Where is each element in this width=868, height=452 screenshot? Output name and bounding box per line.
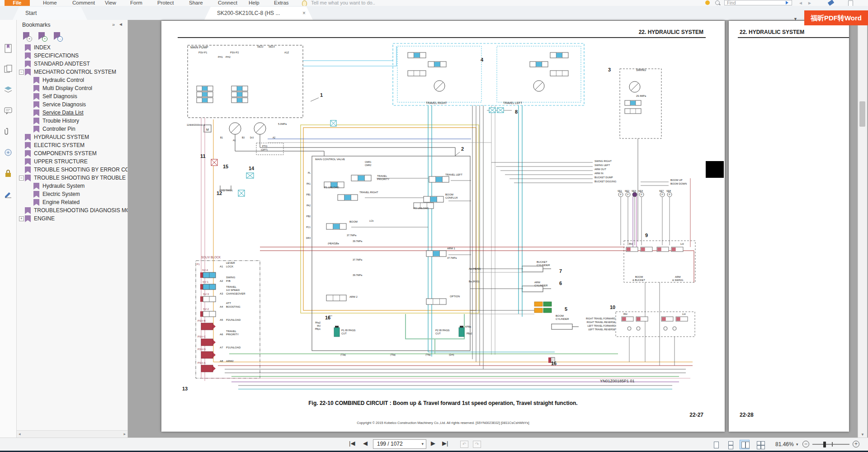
collapse-icon[interactable]: − xyxy=(19,70,24,75)
find-go-icon[interactable] xyxy=(786,1,788,5)
diagram-label: LCb xyxy=(369,219,373,222)
zoom-in-button[interactable]: + xyxy=(853,441,859,447)
help-icon[interactable] xyxy=(705,0,710,5)
signature-panel-icon[interactable] xyxy=(3,189,13,199)
bookmarks-panel-icon[interactable] xyxy=(3,43,13,53)
bookmark-item[interactable]: COMPONENTS SYSTEM xyxy=(17,149,127,157)
highlight-icon[interactable] xyxy=(828,0,834,6)
menu-item-help[interactable]: Help xyxy=(249,0,259,6)
find-prev-icon[interactable]: ◄ xyxy=(798,0,803,6)
bookmark-label: Hydraulic Control xyxy=(42,77,84,83)
bookmark-item[interactable]: Trouble History xyxy=(17,117,127,125)
bookmark-item[interactable]: Service Data List xyxy=(17,109,127,117)
menu-item-share[interactable]: Share xyxy=(189,0,203,6)
combo-caret-icon[interactable]: ▾ xyxy=(421,442,424,446)
menu-item-protect[interactable]: Protect xyxy=(157,0,174,6)
hscroll-right-icon[interactable]: ▸ xyxy=(123,432,126,436)
document-view-area[interactable]: 22. HYDRAULIC SYSTEM xyxy=(128,20,868,438)
bookmark-item[interactable]: SPECIFICATIONS xyxy=(17,52,127,60)
bookmark-item[interactable]: Service Diagnosis xyxy=(17,100,127,109)
bookmark-item[interactable]: Self Diagnosis xyxy=(17,92,127,100)
diagram-label: BOOM DOWN xyxy=(670,182,687,185)
continuous-facing-view-button[interactable] xyxy=(755,440,765,449)
zoom-caret-icon[interactable]: ▾ xyxy=(796,442,798,447)
diagram-label: ATT xyxy=(226,302,231,305)
bookmark-item[interactable]: ELECTRIC SYSTEM xyxy=(17,141,127,149)
zoom-out-button[interactable]: − xyxy=(802,441,809,447)
continuous-view-button[interactable] xyxy=(725,440,735,449)
single-page-view-button[interactable] xyxy=(711,440,721,449)
bookmark-item[interactable]: STANDARD ANDTEST xyxy=(17,60,127,68)
header-rule xyxy=(738,37,849,38)
pdf-to-word-badge[interactable]: 福昕PDF转Word xyxy=(804,10,868,25)
search-icon[interactable] xyxy=(715,0,720,5)
next-view-button[interactable]: ↷ xyxy=(473,441,481,448)
bookmark-item[interactable]: Hydraulic System xyxy=(17,182,127,190)
menu-item-home[interactable]: Home xyxy=(43,0,57,6)
facing-pages-view-button[interactable] xyxy=(740,440,750,449)
zoom-level[interactable]: 81.46% xyxy=(775,441,794,447)
zoom-slider-thumb[interactable] xyxy=(823,442,826,447)
bookmark-item[interactable]: Hydraulic Control xyxy=(17,76,127,84)
menu-item-connect[interactable]: Connect xyxy=(218,0,237,6)
valve-symbol xyxy=(197,86,213,91)
destinations-panel-icon[interactable] xyxy=(3,147,13,157)
diagram-label: 37.7MPa xyxy=(353,258,362,261)
menu-item-comment[interactable]: Comment xyxy=(72,0,95,6)
diagram-label: PA2 xyxy=(307,204,311,207)
scroll-down-icon[interactable]: ▼ xyxy=(858,433,867,437)
bookmark-item[interactable]: −TROUBLE SHOOTING BY TROUBLE xyxy=(17,174,127,182)
bookmark-item[interactable]: INDEX xyxy=(17,43,127,52)
find-input[interactable]: Find xyxy=(724,0,792,5)
badge-caret-icon[interactable]: ▼ xyxy=(793,17,797,21)
menu-item-view[interactable]: View xyxy=(105,0,116,6)
bookmark-item[interactable]: HYDRAULIC SYSTEM xyxy=(17,133,127,141)
document-tab-bar: Start SK200-SK210LC-8 (HS ... × ▼ 福昕PDF转… xyxy=(0,6,868,20)
callout-number: 9 xyxy=(645,233,648,238)
zoom-slider-track[interactable] xyxy=(812,444,849,445)
bookmark-item[interactable]: Controller Pin xyxy=(17,125,127,133)
diagram-label: A7 xyxy=(220,346,223,349)
bookmark-item[interactable]: Electric System xyxy=(17,190,127,198)
bookmark-item[interactable]: TROUBLESHOOTING DIAGNOSIS MODE xyxy=(17,206,127,214)
panel-collapse-icon[interactable]: ◄ xyxy=(118,22,123,27)
menu-item-extras[interactable]: Extras xyxy=(274,0,289,6)
page-number-combobox[interactable]: 199 / 1072 ▾ xyxy=(373,439,426,449)
pages-panel-icon[interactable] xyxy=(3,64,13,74)
bookmark-item[interactable]: Engine Related xyxy=(17,198,127,206)
last-page-button[interactable]: ▶| xyxy=(442,440,448,447)
bookmark-item[interactable]: TROUBLE SHOOTING BY ERROR CODE xyxy=(17,166,127,174)
file-menu-button[interactable]: File xyxy=(5,0,30,6)
attachments-panel-icon[interactable] xyxy=(3,127,13,137)
hscroll-left-icon[interactable]: ◂ xyxy=(19,432,21,436)
collapse-icon[interactable]: − xyxy=(19,176,24,181)
first-page-button[interactable]: |◀ xyxy=(349,440,355,447)
previous-page-button[interactable]: ◀ xyxy=(363,440,368,447)
tell-me-box[interactable]: Tell me what you want to do.. xyxy=(311,0,375,6)
find-next-icon[interactable]: ► xyxy=(807,0,812,6)
menu-item-form[interactable]: Form xyxy=(130,0,142,6)
bookmark-item[interactable]: +ENGINE xyxy=(17,214,127,223)
scrollbar-thumb[interactable] xyxy=(859,101,865,127)
tab-document[interactable]: SK200-SK210LC-8 (HS ... × xyxy=(204,7,313,20)
bookmark-icon xyxy=(25,150,31,157)
security-panel-icon[interactable] xyxy=(3,168,13,178)
next-page-button[interactable]: ▶ xyxy=(431,440,435,447)
bookmark-label: Multi Display Control xyxy=(42,85,92,91)
vertical-scrollbar[interactable]: ▲ ▼ xyxy=(858,20,867,438)
tab-close-icon[interactable]: × xyxy=(302,7,306,20)
panel-more-icon[interactable]: » xyxy=(112,22,115,27)
diagram-label: TRAVEL RIGHT xyxy=(426,101,447,105)
comments-panel-icon[interactable] xyxy=(3,106,13,116)
bookmark-item[interactable]: −MECHATRO CONTROL SYSTEM xyxy=(17,68,127,76)
previous-view-button[interactable]: ↶ xyxy=(460,441,468,448)
tab-start[interactable]: Start xyxy=(13,7,87,20)
bookmarks-hscrollbar[interactable]: ◂ ▸ xyxy=(17,430,127,438)
diagram-label: 39.7MPa xyxy=(353,240,362,243)
layers-panel-icon[interactable] xyxy=(3,85,13,95)
bookmark-item[interactable]: UPPER STRUCTURE xyxy=(17,157,127,166)
bookmark-item[interactable]: Multi Display Control xyxy=(17,84,127,92)
expand-icon[interactable]: + xyxy=(19,216,24,221)
valve-symbol xyxy=(231,86,248,91)
valve-symbol xyxy=(636,317,648,321)
